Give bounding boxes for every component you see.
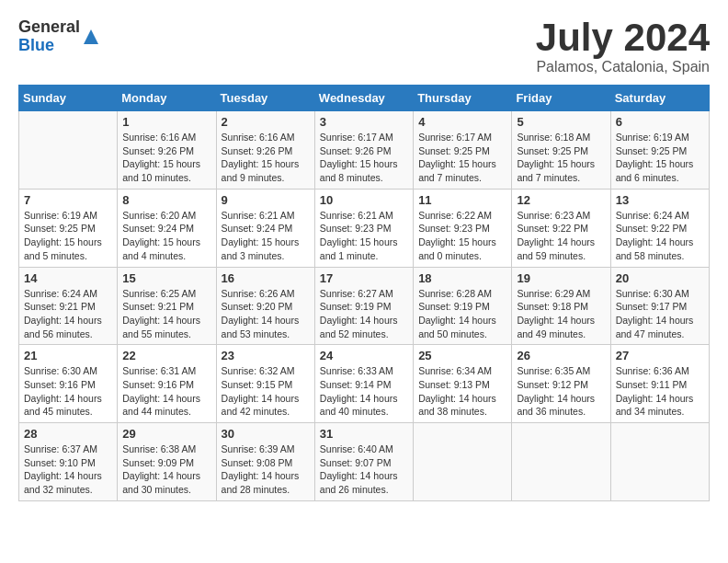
day-number: 11 (418, 193, 506, 207)
calendar-cell: 14Sunrise: 6:24 AM Sunset: 9:21 PM Dayli… (19, 267, 118, 345)
page-header: General Blue July 2024 Palamos, Cataloni… (18, 18, 710, 75)
day-info: Sunrise: 6:17 AM Sunset: 9:25 PM Dayligh… (418, 131, 506, 185)
day-number: 3 (320, 115, 408, 129)
calendar-cell: 20Sunrise: 6:30 AM Sunset: 9:17 PM Dayli… (610, 267, 709, 345)
day-number: 18 (418, 271, 506, 285)
day-number: 9 (222, 193, 310, 207)
header-sunday: Sunday (19, 86, 118, 111)
calendar-week-row: 7Sunrise: 6:19 AM Sunset: 9:25 PM Daylig… (19, 189, 710, 267)
location: Palamos, Catalonia, Spain (536, 59, 710, 75)
header-wednesday: Wednesday (314, 86, 413, 111)
day-number: 20 (616, 271, 704, 285)
day-number: 7 (24, 193, 112, 207)
calendar-cell: 28Sunrise: 6:37 AM Sunset: 9:10 PM Dayli… (19, 423, 118, 501)
calendar-cell: 11Sunrise: 6:22 AM Sunset: 9:23 PM Dayli… (414, 189, 512, 267)
calendar-cell: 13Sunrise: 6:24 AM Sunset: 9:22 PM Dayli… (610, 189, 709, 267)
calendar-cell: 7Sunrise: 6:19 AM Sunset: 9:25 PM Daylig… (19, 189, 118, 267)
day-number: 16 (222, 271, 310, 285)
calendar-cell (19, 111, 118, 190)
calendar-header-row: SundayMondayTuesdayWednesdayThursdayFrid… (19, 86, 710, 111)
day-info: Sunrise: 6:30 AM Sunset: 9:16 PM Dayligh… (24, 364, 112, 419)
day-info: Sunrise: 6:27 AM Sunset: 9:19 PM Dayligh… (320, 287, 408, 341)
calendar-cell: 21Sunrise: 6:30 AM Sunset: 9:16 PM Dayli… (19, 345, 118, 423)
day-number: 15 (122, 271, 210, 285)
calendar-cell: 24Sunrise: 6:33 AM Sunset: 9:14 PM Dayli… (314, 345, 413, 423)
day-number: 17 (320, 271, 408, 285)
calendar-cell (610, 423, 709, 501)
day-info: Sunrise: 6:18 AM Sunset: 9:25 PM Dayligh… (517, 131, 605, 185)
logo: General Blue (18, 18, 100, 55)
day-info: Sunrise: 6:40 AM Sunset: 9:07 PM Dayligh… (320, 442, 408, 497)
calendar-table: SundayMondayTuesdayWednesdayThursdayFrid… (18, 85, 710, 501)
day-info: Sunrise: 6:24 AM Sunset: 9:21 PM Dayligh… (24, 287, 112, 341)
calendar-week-row: 21Sunrise: 6:30 AM Sunset: 9:16 PM Dayli… (19, 345, 710, 423)
day-info: Sunrise: 6:24 AM Sunset: 9:22 PM Dayligh… (616, 209, 704, 263)
day-number: 24 (320, 349, 408, 362)
day-info: Sunrise: 6:17 AM Sunset: 9:26 PM Dayligh… (320, 131, 408, 185)
day-number: 21 (24, 349, 112, 362)
calendar-cell (414, 423, 512, 501)
day-number: 6 (616, 115, 704, 129)
calendar-cell: 4Sunrise: 6:17 AM Sunset: 9:25 PM Daylig… (414, 111, 512, 190)
logo-general: General (18, 18, 80, 37)
day-number: 5 (517, 115, 605, 129)
day-info: Sunrise: 6:32 AM Sunset: 9:15 PM Dayligh… (222, 364, 310, 419)
day-info: Sunrise: 6:19 AM Sunset: 9:25 PM Dayligh… (616, 131, 704, 185)
day-info: Sunrise: 6:39 AM Sunset: 9:08 PM Dayligh… (222, 442, 310, 497)
day-number: 27 (616, 349, 704, 362)
header-tuesday: Tuesday (216, 86, 314, 111)
calendar-cell: 18Sunrise: 6:28 AM Sunset: 9:19 PM Dayli… (414, 267, 512, 345)
day-info: Sunrise: 6:21 AM Sunset: 9:23 PM Dayligh… (320, 209, 408, 263)
day-number: 22 (122, 349, 210, 362)
calendar-cell: 25Sunrise: 6:34 AM Sunset: 9:13 PM Dayli… (414, 345, 512, 423)
day-info: Sunrise: 6:29 AM Sunset: 9:18 PM Dayligh… (517, 287, 605, 341)
calendar-cell: 17Sunrise: 6:27 AM Sunset: 9:19 PM Dayli… (314, 267, 413, 345)
day-number: 2 (222, 115, 310, 129)
day-number: 28 (24, 427, 112, 441)
day-info: Sunrise: 6:28 AM Sunset: 9:19 PM Dayligh… (418, 287, 506, 341)
header-monday: Monday (118, 86, 216, 111)
calendar-cell: 3Sunrise: 6:17 AM Sunset: 9:26 PM Daylig… (314, 111, 413, 190)
day-number: 31 (320, 427, 408, 441)
day-number: 1 (122, 115, 210, 129)
day-info: Sunrise: 6:16 AM Sunset: 9:26 PM Dayligh… (222, 131, 310, 185)
day-number: 10 (320, 193, 408, 207)
day-number: 4 (418, 115, 506, 129)
day-info: Sunrise: 6:19 AM Sunset: 9:25 PM Dayligh… (24, 209, 112, 263)
day-info: Sunrise: 6:21 AM Sunset: 9:24 PM Dayligh… (222, 209, 310, 263)
calendar-week-row: 28Sunrise: 6:37 AM Sunset: 9:10 PM Dayli… (19, 423, 710, 501)
calendar-cell: 29Sunrise: 6:38 AM Sunset: 9:09 PM Dayli… (118, 423, 216, 501)
day-info: Sunrise: 6:38 AM Sunset: 9:09 PM Dayligh… (122, 442, 210, 497)
title-block: July 2024 Palamos, Catalonia, Spain (536, 18, 710, 75)
day-number: 29 (122, 427, 210, 441)
header-friday: Friday (512, 86, 610, 111)
day-number: 12 (517, 193, 605, 207)
calendar-cell (512, 423, 610, 501)
calendar-cell: 22Sunrise: 6:31 AM Sunset: 9:16 PM Dayli… (118, 345, 216, 423)
header-thursday: Thursday (414, 86, 512, 111)
calendar-cell: 15Sunrise: 6:25 AM Sunset: 9:21 PM Dayli… (118, 267, 216, 345)
calendar-cell: 8Sunrise: 6:20 AM Sunset: 9:24 PM Daylig… (118, 189, 216, 267)
day-info: Sunrise: 6:20 AM Sunset: 9:24 PM Dayligh… (122, 209, 210, 263)
day-number: 8 (122, 193, 210, 207)
calendar-cell: 19Sunrise: 6:29 AM Sunset: 9:18 PM Dayli… (512, 267, 610, 345)
calendar-cell: 2Sunrise: 6:16 AM Sunset: 9:26 PM Daylig… (216, 111, 314, 190)
calendar-cell: 16Sunrise: 6:26 AM Sunset: 9:20 PM Dayli… (216, 267, 314, 345)
day-number: 13 (616, 193, 704, 207)
day-info: Sunrise: 6:26 AM Sunset: 9:20 PM Dayligh… (222, 287, 310, 341)
calendar-cell: 5Sunrise: 6:18 AM Sunset: 9:25 PM Daylig… (512, 111, 610, 190)
calendar-week-row: 1Sunrise: 6:16 AM Sunset: 9:26 PM Daylig… (19, 111, 710, 190)
day-info: Sunrise: 6:25 AM Sunset: 9:21 PM Dayligh… (122, 287, 210, 341)
day-info: Sunrise: 6:16 AM Sunset: 9:26 PM Dayligh… (122, 131, 210, 185)
day-info: Sunrise: 6:37 AM Sunset: 9:10 PM Dayligh… (24, 442, 112, 497)
calendar-cell: 6Sunrise: 6:19 AM Sunset: 9:25 PM Daylig… (610, 111, 709, 190)
day-info: Sunrise: 6:30 AM Sunset: 9:17 PM Dayligh… (616, 287, 704, 341)
calendar-cell: 23Sunrise: 6:32 AM Sunset: 9:15 PM Dayli… (216, 345, 314, 423)
header-saturday: Saturday (610, 86, 709, 111)
day-info: Sunrise: 6:36 AM Sunset: 9:11 PM Dayligh… (616, 364, 704, 419)
calendar-cell: 31Sunrise: 6:40 AM Sunset: 9:07 PM Dayli… (314, 423, 413, 501)
day-info: Sunrise: 6:35 AM Sunset: 9:12 PM Dayligh… (517, 364, 605, 419)
calendar-cell: 12Sunrise: 6:23 AM Sunset: 9:22 PM Dayli… (512, 189, 610, 267)
day-number: 23 (222, 349, 310, 362)
svg-marker-0 (84, 29, 98, 44)
